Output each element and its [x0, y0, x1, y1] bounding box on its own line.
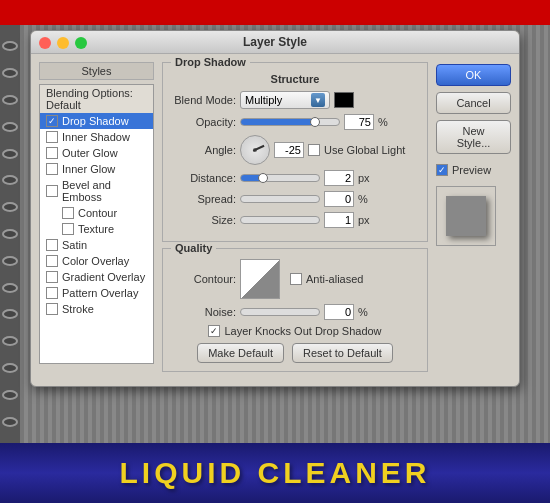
- knocks-out-checkbox-row: Layer Knocks Out Drop Shadow: [208, 325, 381, 337]
- right-buttons-panel: OK Cancel New Style... Preview: [436, 62, 511, 378]
- styles-item-color-overlay[interactable]: Color Overlay: [40, 253, 153, 269]
- outer-glow-label: Outer Glow: [62, 147, 118, 159]
- opacity-input[interactable]: [344, 114, 374, 130]
- preview-checkbox[interactable]: [436, 164, 448, 176]
- outer-glow-checkbox[interactable]: [46, 147, 58, 159]
- styles-item-drop-shadow[interactable]: Drop Shadow: [40, 113, 153, 129]
- opacity-slider-thumb[interactable]: [310, 117, 320, 127]
- angle-indicator: [253, 145, 265, 152]
- noise-slider-container: %: [240, 304, 368, 320]
- make-default-button[interactable]: Make Default: [197, 343, 284, 363]
- angle-input[interactable]: [274, 142, 304, 158]
- styles-item-satin[interactable]: Satin: [40, 237, 153, 253]
- spread-unit: %: [358, 193, 368, 205]
- noise-row: Noise: %: [171, 304, 419, 320]
- noise-label: Noise:: [171, 306, 236, 318]
- dialog-body: Styles Blending Options: Default Drop Sh…: [31, 54, 519, 386]
- anti-aliased-row: Anti-aliased: [290, 273, 363, 285]
- styles-item-contour[interactable]: Contour: [40, 205, 153, 221]
- opacity-row: Opacity: %: [171, 114, 419, 130]
- gradient-overlay-checkbox[interactable]: [46, 271, 58, 283]
- stroke-label: Stroke: [62, 303, 94, 315]
- blend-mode-value: Multiply: [245, 94, 282, 106]
- distance-label: Distance:: [171, 172, 236, 184]
- angle-row: Angle: Use Global Light: [171, 135, 419, 165]
- pattern-overlay-checkbox[interactable]: [46, 287, 58, 299]
- new-style-button[interactable]: New Style...: [436, 120, 511, 154]
- structure-content: Structure Blend Mode: Multiply ▼ Opacity…: [163, 63, 427, 241]
- angle-dial[interactable]: [240, 135, 270, 165]
- styles-item-inner-glow[interactable]: Inner Glow: [40, 161, 153, 177]
- spread-row: Spread: %: [171, 191, 419, 207]
- styles-item-inner-shadow[interactable]: Inner Shadow: [40, 129, 153, 145]
- blend-mode-color-swatch[interactable]: [334, 92, 354, 108]
- styles-item-bevel-emboss[interactable]: Bevel and Emboss: [40, 177, 153, 205]
- bevel-emboss-checkbox[interactable]: [46, 185, 58, 197]
- knocks-out-label: Layer Knocks Out Drop Shadow: [224, 325, 381, 337]
- size-slider-container: px: [240, 212, 370, 228]
- styles-item-texture[interactable]: Texture: [40, 221, 153, 237]
- styles-item-pattern-overlay[interactable]: Pattern Overlay: [40, 285, 153, 301]
- size-label: Size:: [171, 214, 236, 226]
- bottom-banner: LIQUID CLEANER: [0, 443, 550, 503]
- contour-preview[interactable]: [240, 259, 280, 299]
- angle-label: Angle:: [171, 144, 236, 156]
- color-overlay-label: Color Overlay: [62, 255, 129, 267]
- quality-section-title: Quality: [171, 242, 216, 254]
- drop-shadow-label: Drop Shadow: [62, 115, 129, 127]
- use-global-light-row: Use Global Light: [308, 144, 405, 156]
- knocks-out-checkbox[interactable]: [208, 325, 220, 337]
- opacity-slider[interactable]: [240, 118, 340, 126]
- contour-label: Contour:: [171, 273, 236, 285]
- opacity-unit: %: [378, 116, 388, 128]
- spread-input[interactable]: [324, 191, 354, 207]
- quality-content: Contour: Anti-aliased: [163, 249, 427, 371]
- size-input[interactable]: [324, 212, 354, 228]
- spread-label: Spread:: [171, 193, 236, 205]
- size-slider[interactable]: [240, 216, 320, 224]
- styles-item-outer-glow[interactable]: Outer Glow: [40, 145, 153, 161]
- distance-slider[interactable]: [240, 174, 320, 182]
- ok-button[interactable]: OK: [436, 64, 511, 86]
- blend-mode-select[interactable]: Multiply ▼: [240, 91, 330, 109]
- main-content: Drop Shadow Structure Blend Mode: Multip…: [162, 62, 428, 378]
- contour-checkbox[interactable]: [62, 207, 74, 219]
- inner-glow-checkbox[interactable]: [46, 163, 58, 175]
- noise-input[interactable]: [324, 304, 354, 320]
- inner-glow-label: Inner Glow: [62, 163, 115, 175]
- layer-style-dialog: Layer Style Styles Blending Options: Def…: [30, 30, 520, 387]
- styles-item-stroke[interactable]: Stroke: [40, 301, 153, 317]
- gradient-overlay-label: Gradient Overlay: [62, 271, 145, 283]
- inner-shadow-checkbox[interactable]: [46, 131, 58, 143]
- color-overlay-checkbox[interactable]: [46, 255, 58, 267]
- styles-panel-title: Styles: [39, 62, 154, 80]
- satin-checkbox[interactable]: [46, 239, 58, 251]
- preview-row: Preview: [436, 164, 511, 176]
- stroke-checkbox[interactable]: [46, 303, 58, 315]
- distance-input[interactable]: [324, 170, 354, 186]
- noise-slider[interactable]: [240, 308, 320, 316]
- anti-aliased-checkbox[interactable]: [290, 273, 302, 285]
- distance-slider-thumb[interactable]: [258, 173, 268, 183]
- drop-shadow-checkbox[interactable]: [46, 115, 58, 127]
- use-global-light-checkbox[interactable]: [308, 144, 320, 156]
- opacity-slider-container: %: [240, 114, 388, 130]
- size-row: Size: px: [171, 212, 419, 228]
- drop-shadow-section: Drop Shadow Structure Blend Mode: Multip…: [162, 62, 428, 242]
- styles-item-blending-options[interactable]: Blending Options: Default: [40, 85, 153, 113]
- bottom-buttons: Make Default Reset to Default: [171, 343, 419, 363]
- opacity-label: Opacity:: [171, 116, 236, 128]
- styles-list[interactable]: Blending Options: Default Drop Shadow In…: [39, 84, 154, 364]
- reset-default-button[interactable]: Reset to Default: [292, 343, 393, 363]
- texture-checkbox[interactable]: [62, 223, 74, 235]
- bevel-emboss-label: Bevel and Emboss: [62, 179, 147, 203]
- distance-slider-container: px: [240, 170, 370, 186]
- styles-item-gradient-overlay[interactable]: Gradient Overlay: [40, 269, 153, 285]
- anti-aliased-label: Anti-aliased: [306, 273, 363, 285]
- cancel-button[interactable]: Cancel: [436, 92, 511, 114]
- spread-slider[interactable]: [240, 195, 320, 203]
- spread-slider-container: %: [240, 191, 368, 207]
- preview-box: [436, 186, 496, 246]
- blend-mode-arrow-icon[interactable]: ▼: [311, 93, 325, 107]
- noise-unit: %: [358, 306, 368, 318]
